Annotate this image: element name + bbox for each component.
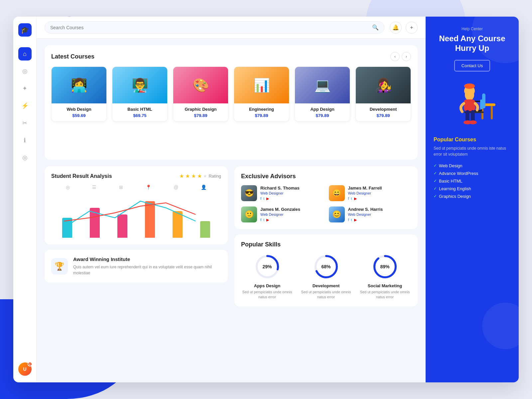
course-thumb: 👩‍💻 <box>52 67 106 103</box>
sidebar-item-home[interactable]: ⌂ <box>18 47 32 61</box>
chart-icons-row: ◎ ☰ ⊞ 📍 @ 👤 <box>51 185 221 190</box>
popular-list-item[interactable]: Web Design <box>434 162 511 170</box>
advisor-social: f t ▶ <box>348 197 382 201</box>
course-name: Engineering <box>237 107 286 112</box>
panel-bg-circle-2 <box>482 303 519 349</box>
course-card[interactable]: 👩‍💻 Web Design $59.69 <box>51 66 107 122</box>
youtube-icon[interactable]: ▶ <box>266 218 269 222</box>
person-illustration <box>446 77 499 130</box>
main-content: 🔍 🔔 + Latest Courses ‹ › <box>37 17 426 382</box>
sidebar-item-info[interactable]: ℹ <box>18 134 32 147</box>
popular-list-item[interactable]: Advance WordPress <box>434 170 511 177</box>
avatar[interactable]: U 2 <box>18 362 32 376</box>
advisor-info: James M. Gonzales Web Designer f t ▶ <box>260 207 300 222</box>
search-bar: 🔍 <box>45 21 384 34</box>
course-name: Basic HTML <box>116 107 164 112</box>
advisor-item: 😊 Andrew S. Harris Web Designer f t ▶ <box>329 206 411 222</box>
sidebar-item-tools[interactable]: ✂ <box>18 116 32 130</box>
skill-percent: 89% <box>380 264 389 269</box>
chart-bars <box>51 191 221 238</box>
course-card[interactable]: 🎨 Graphic Design $79.89 <box>173 66 228 122</box>
next-arrow[interactable]: › <box>402 52 411 61</box>
popular-list-item[interactable]: Learning English <box>434 185 511 193</box>
content-area: Latest Courses ‹ › 👩‍💻 Web Design $59.69… <box>37 39 426 382</box>
advisor-avatar: 🙂 <box>241 206 257 222</box>
svg-rect-10 <box>466 110 469 122</box>
rating-label: Rating <box>208 174 221 179</box>
course-card[interactable]: 📊 Engineering $79.89 <box>234 66 289 122</box>
course-thumb: 👩‍🎤 <box>356 67 411 103</box>
course-thumb: 💻 <box>295 67 350 103</box>
panel-bg-circle-1 <box>472 17 519 63</box>
chart-icon-6: 👤 <box>201 185 206 190</box>
right-panel: Help Center Need Any Course Hurry Up Con… <box>426 17 519 382</box>
advisors-card: Exclusive Advisors 😎 Richard S. Thomas W… <box>234 166 418 229</box>
skill-item: 68% Development Sed ut perspiciatis unde… <box>300 253 352 300</box>
bar <box>90 208 100 238</box>
advisor-avatar: 😎 <box>241 185 257 201</box>
twitter-icon[interactable]: t <box>351 218 352 222</box>
popular-list-item[interactable]: Basic HTML <box>434 177 511 185</box>
contact-us-button[interactable]: Contact Us <box>454 60 490 71</box>
youtube-icon[interactable]: ▶ <box>354 218 357 222</box>
course-info: App Design $79.89 <box>295 103 350 121</box>
advisor-social: f t ▶ <box>260 218 300 222</box>
popular-list-item[interactable]: Graphics Design <box>434 193 511 200</box>
notification-button[interactable]: 🔔 <box>390 22 402 34</box>
facebook-icon[interactable]: f <box>260 218 261 222</box>
course-card[interactable]: 💻 App Design $79.89 <box>295 66 350 122</box>
add-button[interactable]: + <box>406 22 418 34</box>
latest-courses-title: Latest Courses <box>51 53 94 60</box>
twitter-icon[interactable]: t <box>351 197 352 201</box>
right-column: Exclusive Advisors 😎 Richard S. Thomas W… <box>234 166 418 338</box>
sidebar-item-profile[interactable]: ◎ <box>18 65 32 78</box>
svg-rect-2 <box>491 106 493 119</box>
course-card[interactable]: 👨‍🏫 Basic HTML $69.75 <box>112 66 168 122</box>
advisor-name: James M. Farrell <box>348 186 382 191</box>
advisor-name: James M. Gonzales <box>260 207 300 212</box>
star-1: ★ <box>179 173 184 179</box>
advisor-item: 😎 Richard S. Thomas Web Designer f t ▶ <box>241 185 324 201</box>
search-icon[interactable]: 🔍 <box>372 24 379 31</box>
svg-rect-7 <box>464 99 475 111</box>
courses-grid: 👩‍💻 Web Design $59.69 👨‍🏫 Basic HTML $69… <box>51 66 411 122</box>
advisor-item: 🙂 James M. Gonzales Web Designer f t ▶ <box>241 206 324 222</box>
star-3: ★ <box>191 173 196 179</box>
skill-item: 29% Apps Design Sed ut perspiciatis unde… <box>241 253 293 300</box>
course-price: $79.89 <box>177 113 225 118</box>
twitter-icon[interactable]: t <box>263 197 264 201</box>
course-nav-arrows: ‹ › <box>390 52 411 61</box>
sidebar-item-settings[interactable]: ✦ <box>18 82 32 95</box>
app-container: 🎓 ⌂ ◎ ✦ ⚡ ✂ ℹ ◎ U 2 <box>13 17 519 382</box>
chart-icon-3: ⊞ <box>119 185 123 190</box>
youtube-icon[interactable]: ▶ <box>266 197 269 201</box>
sidebar-item-lightning[interactable]: ⚡ <box>18 99 32 112</box>
course-emoji: 👩‍💻 <box>71 77 87 93</box>
illustration-svg <box>446 77 499 130</box>
chart-icon-1: ◎ <box>66 185 70 190</box>
search-input[interactable] <box>50 25 369 30</box>
award-icon: 🏆 <box>51 258 68 275</box>
rating-stars: ★ ★ ★ ★ ★ Rating <box>179 173 221 179</box>
bar <box>173 211 183 238</box>
sidebar-item-location[interactable]: ◎ <box>18 151 32 164</box>
svg-point-9 <box>464 83 475 89</box>
course-emoji: 👩‍🎤 <box>375 77 392 93</box>
skill-description: Sed ut perspiciatis unde omnis natus err… <box>359 290 411 300</box>
advisor-role: Web Designer <box>348 191 382 195</box>
facebook-icon[interactable]: f <box>260 197 261 201</box>
star-4: ★ <box>197 173 202 179</box>
advisor-info: Richard S. Thomas Web Designer f t ▶ <box>260 186 300 201</box>
course-info: Graphic Design $79.89 <box>173 103 228 121</box>
award-description: Quis autem vel eum iure reprehenderit qu… <box>73 264 221 276</box>
home-icon: ⌂ <box>23 51 27 58</box>
facebook-icon[interactable]: f <box>348 218 349 222</box>
prev-arrow[interactable]: ‹ <box>390 52 400 61</box>
facebook-icon[interactable]: f <box>348 197 349 201</box>
settings-icon: ✦ <box>22 85 27 92</box>
youtube-icon[interactable]: ▶ <box>354 197 357 201</box>
advisor-social: f t ▶ <box>260 197 300 201</box>
course-card[interactable]: 👩‍🎤 Development $79.89 <box>355 66 411 122</box>
star-2: ★ <box>185 173 190 179</box>
twitter-icon[interactable]: t <box>263 218 264 222</box>
